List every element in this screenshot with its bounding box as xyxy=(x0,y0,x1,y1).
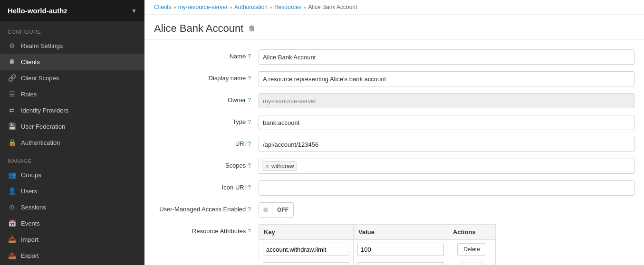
sessions-icon: ⊙ xyxy=(8,203,16,211)
type-label: Type ? xyxy=(154,115,259,125)
owner-help-icon[interactable]: ? xyxy=(248,97,251,104)
breadcrumb-current: Alice Bank Account xyxy=(308,4,357,10)
sidebar-item-import[interactable]: 📥 Import xyxy=(0,231,144,247)
resource-form: Name ? Display name ? Owner ? Type xyxy=(144,40,644,265)
sidebar-item-client-scopes[interactable]: 🔗 Client Scopes xyxy=(0,70,144,86)
sidebar-item-label: Identity Providers xyxy=(21,107,68,114)
sidebar-item-label: Events xyxy=(21,220,40,227)
table-row: Add xyxy=(259,259,496,265)
sidebar-item-roles[interactable]: ☰ Roles xyxy=(0,86,144,102)
display-name-help-icon[interactable]: ? xyxy=(248,75,251,82)
type-input[interactable] xyxy=(259,115,634,130)
col-value-header: Value xyxy=(354,225,448,240)
app-name: Hello-world-authz xyxy=(8,7,67,15)
breadcrumb: Clients » my-resource-server » Authoriza… xyxy=(144,0,644,15)
uri-row: URI ? xyxy=(154,137,634,152)
sidebar-item-clients[interactable]: 🖥 Clients xyxy=(0,54,144,70)
scopes-field[interactable]: ✕ withdraw xyxy=(259,159,634,174)
name-help-icon[interactable]: ? xyxy=(248,53,251,60)
attr-actions-cell: Delete xyxy=(448,240,496,259)
sidebar-item-label: Client Scopes xyxy=(21,75,59,82)
scope-tag-withdraw: ✕ withdraw xyxy=(262,161,297,171)
toggle-indicator xyxy=(259,203,272,217)
attr-value-input-1[interactable] xyxy=(357,243,444,256)
breadcrumb-sep-1: » xyxy=(173,4,176,10)
main-content: Clients » my-resource-server » Authoriza… xyxy=(144,0,644,265)
add-attr-button[interactable]: Add xyxy=(461,263,483,265)
col-key-header: Key xyxy=(259,225,354,240)
page-header: Alice Bank Account 🗑 xyxy=(144,15,644,40)
owner-row: Owner ? xyxy=(154,93,634,108)
attr-key-cell-empty xyxy=(259,259,354,265)
breadcrumb-sep-4: » xyxy=(303,4,306,10)
attr-value-input-2[interactable] xyxy=(357,262,444,265)
col-actions-header: Actions xyxy=(448,225,496,240)
sidebar-item-users[interactable]: 👤 Users xyxy=(0,183,144,199)
page-title: Alice Bank Account xyxy=(154,22,243,35)
groups-icon: 👥 xyxy=(8,171,16,179)
name-row: Name ? xyxy=(154,49,634,65)
sidebar-item-label: Groups xyxy=(21,171,41,179)
client-scopes-icon: 🔗 xyxy=(8,74,16,82)
uri-help-icon[interactable]: ? xyxy=(248,141,251,147)
type-row: Type ? xyxy=(154,115,634,130)
resource-attributes-row: Resource Attributes ? Key Value Actions xyxy=(154,224,634,265)
sidebar-item-label: Realm Settings xyxy=(21,42,63,49)
sidebar-item-identity-providers[interactable]: ⇄ Identity Providers xyxy=(0,102,144,118)
display-name-input[interactable] xyxy=(259,71,634,86)
attr-key-cell xyxy=(259,240,354,259)
user-managed-help-icon[interactable]: ? xyxy=(248,206,251,213)
breadcrumb-resource-server[interactable]: my-resource-server xyxy=(178,4,228,10)
clients-icon: 🖥 xyxy=(8,58,16,66)
sidebar-item-sessions[interactable]: ⊙ Sessions xyxy=(0,199,144,215)
user-managed-row: User-Managed Access Enabled ? OFF xyxy=(154,202,634,218)
delete-resource-icon[interactable]: 🗑 xyxy=(248,24,256,33)
breadcrumb-authorization[interactable]: Authorization xyxy=(234,4,268,10)
scope-tag-label: withdraw xyxy=(271,163,294,170)
toggle-off-label: OFF xyxy=(272,207,293,213)
uri-label: URI ? xyxy=(154,137,259,147)
export-icon: 📤 xyxy=(8,252,16,259)
sidebar-item-authentication[interactable]: 🔒 Authentication xyxy=(0,134,144,151)
sidebar-item-groups[interactable]: 👥 Groups xyxy=(0,167,144,183)
remove-scope-icon[interactable]: ✕ xyxy=(265,163,269,170)
icon-uri-input[interactable] xyxy=(259,180,634,196)
configure-section-label: Configure xyxy=(0,21,144,38)
owner-label: Owner ? xyxy=(154,93,259,104)
name-input[interactable] xyxy=(259,49,634,65)
authentication-icon: 🔒 xyxy=(8,139,16,146)
breadcrumb-sep-3: » xyxy=(269,4,272,10)
name-label: Name ? xyxy=(154,49,259,60)
sidebar-item-label: Export xyxy=(21,252,39,259)
identity-providers-icon: ⇄ xyxy=(8,106,16,114)
icon-uri-row: Icon URI ? xyxy=(154,180,634,196)
sidebar: Hello-world-authz ▼ Configure ⚙ Realm Se… xyxy=(0,0,144,265)
type-help-icon[interactable]: ? xyxy=(248,119,251,125)
display-name-row: Display name ? xyxy=(154,71,634,86)
breadcrumb-resources[interactable]: Resources xyxy=(274,4,301,10)
roles-icon: ☰ xyxy=(8,90,16,98)
uri-input[interactable] xyxy=(259,137,634,152)
users-icon: 👤 xyxy=(8,187,16,195)
app-header[interactable]: Hello-world-authz ▼ xyxy=(0,0,144,21)
icon-uri-help-icon[interactable]: ? xyxy=(248,184,251,191)
delete-attr-button[interactable]: Delete xyxy=(457,243,486,256)
scopes-help-icon[interactable]: ? xyxy=(248,162,251,169)
attr-value-cell-empty xyxy=(354,259,448,265)
sidebar-item-events[interactable]: 📅 Events xyxy=(0,215,144,231)
user-managed-toggle[interactable]: OFF xyxy=(259,202,294,218)
display-name-label: Display name ? xyxy=(154,71,259,82)
user-managed-label: User-Managed Access Enabled ? xyxy=(154,202,259,213)
attr-value-cell xyxy=(354,240,448,259)
import-icon: 📥 xyxy=(8,236,16,243)
icon-uri-label: Icon URI ? xyxy=(154,180,259,191)
sidebar-item-realm-settings[interactable]: ⚙ Realm Settings xyxy=(0,38,144,54)
attr-key-input-2[interactable] xyxy=(263,262,349,265)
sidebar-item-export[interactable]: 📤 Export xyxy=(0,247,144,264)
attributes-table: Key Value Actions xyxy=(259,224,496,265)
sidebar-item-user-federation[interactable]: 💾 User Federation xyxy=(0,118,144,134)
owner-input xyxy=(259,93,634,108)
resource-attributes-help-icon[interactable]: ? xyxy=(248,228,251,235)
attr-key-input-1[interactable] xyxy=(263,243,349,256)
breadcrumb-clients[interactable]: Clients xyxy=(154,4,172,10)
